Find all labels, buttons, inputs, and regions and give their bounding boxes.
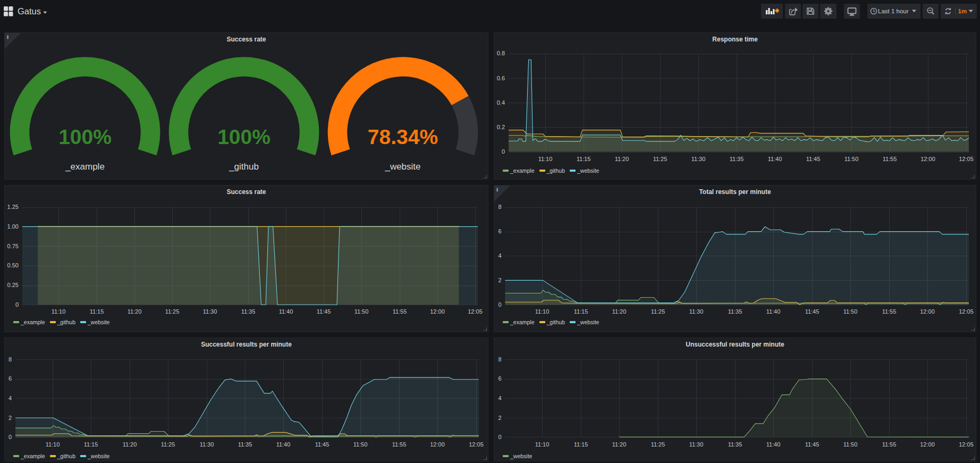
svg-text:11:10: 11:10 — [538, 156, 553, 162]
svg-text:11:35: 11:35 — [730, 156, 744, 162]
svg-text:11:50: 11:50 — [843, 308, 858, 315]
svg-text:11:45: 11:45 — [805, 308, 820, 315]
svg-text:0.75: 0.75 — [7, 243, 19, 249]
svg-text:11:30: 11:30 — [689, 441, 704, 448]
svg-text:11:45: 11:45 — [805, 441, 820, 448]
svg-text:11:55: 11:55 — [882, 308, 897, 315]
svg-text:11:10: 11:10 — [52, 308, 66, 315]
svg-text:12:05: 12:05 — [469, 441, 484, 448]
svg-text:2: 2 — [498, 415, 501, 421]
svg-text:4: 4 — [498, 395, 501, 401]
svg-text:0.6: 0.6 — [497, 75, 505, 81]
svg-text:11:35: 11:35 — [728, 308, 742, 315]
svg-text:1m: 1m — [958, 8, 967, 14]
svg-text:11:55: 11:55 — [883, 156, 897, 162]
svg-text:11:20: 11:20 — [123, 441, 137, 448]
svg-text:0: 0 — [9, 434, 12, 440]
svg-text:11:35: 11:35 — [238, 441, 252, 448]
svg-text:0.25: 0.25 — [7, 282, 19, 288]
svg-text:11:45: 11:45 — [806, 156, 821, 162]
svg-text:12:00: 12:00 — [430, 308, 445, 315]
svg-text:11:20: 11:20 — [612, 441, 627, 448]
svg-text:6: 6 — [9, 375, 12, 382]
svg-text:2: 2 — [498, 277, 501, 283]
svg-text:0: 0 — [498, 434, 501, 440]
svg-text:11:25: 11:25 — [165, 308, 180, 315]
svg-text:100%: 100% — [58, 125, 112, 148]
svg-text:11:10: 11:10 — [46, 441, 60, 448]
svg-text:12:05: 12:05 — [959, 308, 974, 315]
svg-text:11:15: 11:15 — [577, 156, 591, 162]
svg-text:11:25: 11:25 — [651, 441, 665, 448]
svg-text:12:00: 12:00 — [430, 441, 445, 448]
svg-text:0.8: 0.8 — [497, 50, 505, 56]
svg-text:11:30: 11:30 — [200, 441, 214, 448]
svg-text:11:15: 11:15 — [574, 308, 588, 315]
svg-text:11:15: 11:15 — [574, 441, 588, 448]
svg-text:11:40: 11:40 — [279, 308, 293, 315]
svg-text:0: 0 — [15, 301, 19, 308]
svg-text:11:40: 11:40 — [766, 441, 781, 448]
svg-text:11:10: 11:10 — [535, 441, 550, 448]
svg-text:11:35: 11:35 — [241, 308, 256, 315]
svg-text:11:30: 11:30 — [691, 156, 706, 162]
svg-text:_example: _example — [65, 162, 105, 172]
svg-text:1.25: 1.25 — [7, 204, 19, 210]
svg-text:11:25: 11:25 — [651, 308, 665, 315]
svg-text:0: 0 — [502, 148, 505, 155]
svg-text:0.4: 0.4 — [497, 99, 505, 106]
svg-text:12:00: 12:00 — [920, 441, 935, 448]
svg-text:12:05: 12:05 — [959, 156, 974, 162]
svg-text:11:50: 11:50 — [843, 441, 858, 448]
svg-text:12:00: 12:00 — [920, 308, 935, 315]
svg-text:11:40: 11:40 — [768, 156, 782, 162]
svg-text:8: 8 — [9, 356, 12, 363]
svg-text:11:40: 11:40 — [766, 308, 781, 315]
svg-text:11:30: 11:30 — [203, 308, 217, 315]
svg-text:12:05: 12:05 — [959, 441, 974, 448]
svg-text:11:25: 11:25 — [653, 156, 668, 162]
svg-text:11:50: 11:50 — [844, 156, 859, 162]
svg-text:8: 8 — [498, 204, 501, 210]
svg-text:4: 4 — [498, 252, 501, 259]
svg-text:11:15: 11:15 — [90, 308, 104, 315]
svg-text:11:50: 11:50 — [353, 441, 368, 448]
svg-text:78.34%: 78.34% — [368, 125, 438, 148]
svg-text:2: 2 — [9, 415, 12, 421]
svg-text:11:50: 11:50 — [354, 308, 369, 315]
svg-text:11:20: 11:20 — [128, 308, 142, 315]
svg-text:_github: _github — [229, 162, 259, 172]
svg-text:0.50: 0.50 — [7, 262, 19, 268]
svg-text:8: 8 — [498, 356, 501, 363]
svg-text:11:55: 11:55 — [393, 308, 407, 315]
svg-text:11:20: 11:20 — [612, 308, 627, 315]
svg-text:11:45: 11:45 — [315, 441, 330, 448]
svg-text:12:05: 12:05 — [468, 308, 483, 315]
svg-text:Last 1 hour: Last 1 hour — [878, 8, 909, 14]
svg-text:11:35: 11:35 — [728, 441, 742, 448]
svg-text:100%: 100% — [217, 125, 271, 148]
svg-text:11:20: 11:20 — [615, 156, 629, 162]
svg-text:11:55: 11:55 — [882, 441, 897, 448]
svg-text:Gatus: Gatus — [18, 6, 41, 16]
svg-text:11:55: 11:55 — [392, 441, 407, 448]
svg-text:11:25: 11:25 — [161, 441, 175, 448]
svg-text:0.2: 0.2 — [497, 124, 505, 130]
svg-text:6: 6 — [498, 375, 501, 382]
svg-text:_website: _website — [384, 162, 420, 172]
svg-text:1.00: 1.00 — [7, 223, 19, 230]
svg-text:0: 0 — [498, 301, 501, 308]
svg-text:12:00: 12:00 — [920, 156, 935, 162]
svg-text:11:10: 11:10 — [535, 308, 550, 315]
svg-text:11:30: 11:30 — [689, 308, 704, 315]
svg-text:11:40: 11:40 — [276, 441, 291, 448]
svg-text:11:15: 11:15 — [84, 441, 98, 448]
svg-text:4: 4 — [9, 395, 12, 401]
svg-text:11:45: 11:45 — [317, 308, 331, 315]
svg-text:6: 6 — [498, 228, 501, 234]
